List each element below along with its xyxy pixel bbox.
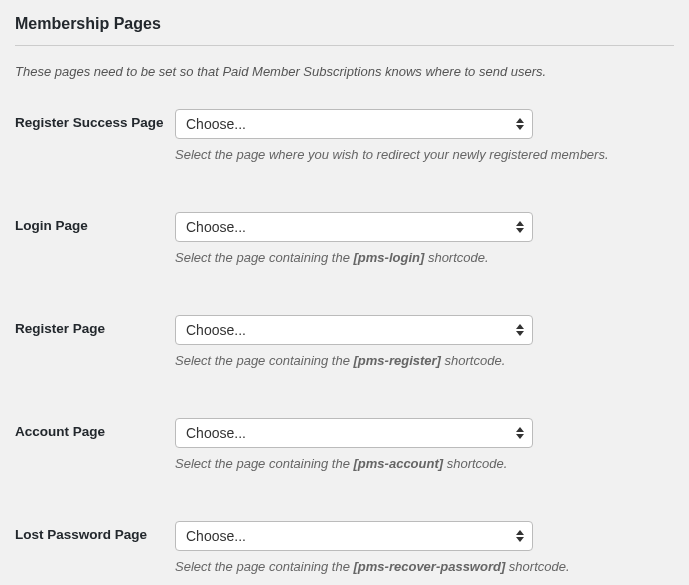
register-success-label: Register Success Page	[15, 109, 175, 130]
chevron-updown-icon	[516, 324, 524, 336]
select-value: Choose...	[186, 528, 246, 544]
chevron-updown-icon	[516, 427, 524, 439]
field-lost-password: Lost Password Page Choose... Select the …	[15, 521, 674, 574]
svg-marker-4	[516, 324, 524, 329]
svg-marker-7	[516, 434, 524, 439]
register-success-select[interactable]: Choose...	[175, 109, 533, 139]
section-description: These pages need to be set so that Paid …	[15, 64, 674, 79]
chevron-updown-icon	[516, 530, 524, 542]
svg-marker-8	[516, 530, 524, 535]
svg-marker-6	[516, 427, 524, 432]
account-label: Account Page	[15, 418, 175, 439]
lost-password-help: Select the page containing the [pms-reco…	[175, 559, 674, 574]
login-label: Login Page	[15, 212, 175, 233]
login-select[interactable]: Choose...	[175, 212, 533, 242]
svg-marker-0	[516, 118, 524, 123]
login-help: Select the page containing the [pms-logi…	[175, 250, 674, 265]
chevron-updown-icon	[516, 118, 524, 130]
select-value: Choose...	[186, 219, 246, 235]
select-value: Choose...	[186, 322, 246, 338]
register-success-help: Select the page where you wish to redire…	[175, 147, 674, 162]
register-select[interactable]: Choose...	[175, 315, 533, 345]
account-select[interactable]: Choose...	[175, 418, 533, 448]
svg-marker-5	[516, 331, 524, 336]
chevron-updown-icon	[516, 221, 524, 233]
account-help: Select the page containing the [pms-acco…	[175, 456, 674, 471]
svg-marker-3	[516, 228, 524, 233]
register-help: Select the page containing the [pms-regi…	[175, 353, 674, 368]
lost-password-label: Lost Password Page	[15, 521, 175, 542]
section-title: Membership Pages	[15, 15, 674, 46]
svg-marker-1	[516, 125, 524, 130]
svg-marker-9	[516, 537, 524, 542]
lost-password-select[interactable]: Choose...	[175, 521, 533, 551]
select-value: Choose...	[186, 116, 246, 132]
field-register-success: Register Success Page Choose... Select t…	[15, 109, 674, 162]
field-register: Register Page Choose... Select the page …	[15, 315, 674, 368]
field-login: Login Page Choose... Select the page con…	[15, 212, 674, 265]
svg-marker-2	[516, 221, 524, 226]
field-account: Account Page Choose... Select the page c…	[15, 418, 674, 471]
select-value: Choose...	[186, 425, 246, 441]
register-label: Register Page	[15, 315, 175, 336]
